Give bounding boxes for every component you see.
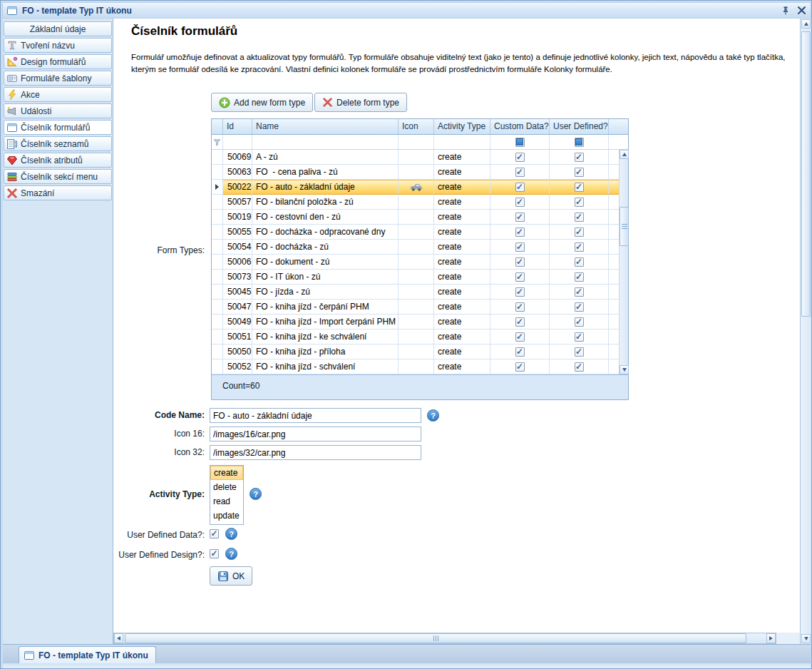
- sidebar-item-formulare-sablony[interactable]: Formuláře šablony: [4, 71, 112, 86]
- grid-scrollbar-thumb[interactable]: [620, 207, 629, 246]
- vertical-scrollbar-thumb[interactable]: [801, 31, 811, 317]
- custom-data-checkbox[interactable]: [515, 347, 525, 357]
- filter-cell-icon[interactable]: [399, 135, 434, 149]
- activity-option-delete[interactable]: delete: [210, 480, 243, 494]
- sidebar-item-udalosti[interactable]: Události: [4, 103, 112, 118]
- user-defined-checkbox[interactable]: [575, 198, 584, 207]
- help-icon[interactable]: ?: [427, 409, 439, 422]
- user-defined-checkbox[interactable]: [575, 183, 584, 192]
- custom-data-checkbox[interactable]: [515, 317, 525, 327]
- table-row[interactable]: 50055FO - docházka - odpracované dnycrea…: [212, 225, 619, 240]
- scroll-right-icon[interactable]: [766, 633, 776, 643]
- user-defined-checkbox[interactable]: [575, 362, 584, 372]
- filter-cell-name[interactable]: [252, 135, 399, 149]
- table-row[interactable]: 50063FO - cena paliva - zúcreate: [212, 165, 619, 180]
- grid-vertical-scrollbar[interactable]: [619, 150, 628, 374]
- pin-icon[interactable]: [779, 4, 792, 17]
- help-icon[interactable]: ?: [225, 528, 237, 540]
- user-defined-checkbox[interactable]: [575, 168, 584, 177]
- column-header-activity-type[interactable]: Activity Type: [434, 119, 490, 134]
- filter-cell-custom-data[interactable]: [490, 135, 550, 149]
- custom-data-checkbox[interactable]: [515, 272, 525, 282]
- activity-option-read[interactable]: read: [210, 494, 243, 509]
- table-row[interactable]: 50073FO - IT úkon - zúcreate: [212, 270, 619, 285]
- custom-data-checkbox[interactable]: [515, 362, 525, 372]
- scroll-left-icon[interactable]: [114, 633, 123, 643]
- filter-cell-activity-type[interactable]: [434, 135, 490, 149]
- user-defined-checkbox[interactable]: [575, 272, 584, 282]
- custom-data-checkbox[interactable]: [515, 153, 525, 162]
- table-row[interactable]: 50054FO - docházka - zúcreate: [212, 240, 619, 255]
- table-row[interactable]: 50045FO - jízda - zúcreate: [212, 285, 619, 300]
- user-defined-checkbox[interactable]: [575, 153, 584, 162]
- custom-data-checkbox[interactable]: [515, 242, 525, 252]
- table-row[interactable]: 50052FO - kniha jízd - schválenícreate: [212, 359, 619, 374]
- sidebar-item-ciselnik-seznamu[interactable]: Číselník seznamů: [4, 136, 112, 151]
- icon16-input[interactable]: [210, 427, 421, 441]
- scroll-up-icon[interactable]: [620, 150, 629, 159]
- user-defined-checkbox[interactable]: [575, 242, 584, 252]
- table-row[interactable]: 50051FO - kniha jízd - ke schválenícreat…: [212, 330, 619, 344]
- activity-type-listbox[interactable]: createdeletereadupdate: [210, 465, 244, 525]
- user-defined-checkbox[interactable]: [575, 347, 584, 357]
- column-header-user-defined[interactable]: User Defined?: [550, 119, 609, 134]
- filter-cell-user-defined[interactable]: [550, 135, 609, 149]
- activity-option-create[interactable]: create: [210, 466, 243, 480]
- scroll-down-icon[interactable]: [801, 634, 811, 643]
- table-row[interactable]: 50050FO - kniha jízd - přílohacreate: [212, 344, 619, 359]
- activity-option-update[interactable]: update: [210, 509, 243, 523]
- table-row[interactable]: 50006FO - dokument - zúcreate: [212, 255, 619, 270]
- table-row[interactable]: 50069A - zúcreate: [212, 150, 619, 165]
- user-defined-checkbox[interactable]: [575, 257, 584, 267]
- user-defined-design-checkbox[interactable]: [210, 549, 219, 558]
- user-defined-checkbox[interactable]: [575, 228, 584, 237]
- sidebar-item-design-formularu[interactable]: Design formulářů: [4, 54, 112, 69]
- user-defined-checkbox[interactable]: [575, 287, 584, 297]
- document-tab[interactable]: FO - template Typ IT úkonu: [19, 646, 156, 663]
- custom-data-checkbox[interactable]: [515, 257, 525, 267]
- filter-cell-id[interactable]: [223, 135, 252, 149]
- custom-data-checkbox[interactable]: [515, 228, 525, 237]
- sidebar-item-zakladni-udaje[interactable]: Základní údaje: [4, 21, 112, 36]
- help-icon[interactable]: ?: [250, 488, 262, 500]
- sidebar-item-akce[interactable]: Akce: [4, 87, 112, 102]
- custom-data-checkbox[interactable]: [515, 183, 525, 192]
- custom-data-filter-checkbox[interactable]: [515, 138, 525, 147]
- table-row[interactable]: 50047FO - kniha jízd - čerpání PHMcreate: [212, 300, 619, 315]
- ok-button[interactable]: OK: [210, 566, 252, 586]
- user-defined-checkbox[interactable]: [575, 317, 584, 327]
- table-row[interactable]: 50049FO - kniha jízd - Import čerpání PH…: [212, 315, 619, 330]
- table-row[interactable]: 50019FO - cestovní den - zúcreate: [212, 210, 619, 225]
- column-header-id[interactable]: Id: [223, 119, 252, 134]
- custom-data-checkbox[interactable]: [515, 168, 525, 177]
- user-defined-checkbox[interactable]: [575, 213, 584, 222]
- scroll-down-icon[interactable]: [620, 365, 629, 374]
- code-name-input[interactable]: [210, 408, 421, 423]
- horizontal-scrollbar-thumb[interactable]: [125, 633, 746, 643]
- sidebar-item-ciselnik-sekci-menu[interactable]: Číselník sekcí menu: [4, 169, 112, 184]
- help-icon[interactable]: ?: [225, 548, 237, 560]
- custom-data-checkbox[interactable]: [515, 302, 525, 312]
- column-header-custom-data[interactable]: Custom Data?: [490, 119, 550, 134]
- close-icon[interactable]: [795, 4, 808, 17]
- table-row[interactable]: 50022FO - auto - základní údajecreate: [212, 180, 619, 195]
- user-defined-filter-checkbox[interactable]: [575, 138, 584, 147]
- column-header-name[interactable]: Name: [252, 119, 399, 134]
- user-defined-checkbox[interactable]: [575, 302, 584, 312]
- sidebar-item-ciselnik-formularu[interactable]: Číselník formulářů: [4, 120, 112, 135]
- custom-data-checkbox[interactable]: [515, 332, 525, 342]
- column-header-icon[interactable]: Icon: [399, 119, 434, 134]
- icon32-input[interactable]: [210, 445, 421, 460]
- custom-data-checkbox[interactable]: [515, 287, 525, 297]
- sidebar-item-tvoreni-nazvu[interactable]: T Tvoření názvu: [4, 38, 112, 53]
- add-new-form-type-button[interactable]: Add new form type: [211, 93, 313, 112]
- delete-form-type-button[interactable]: Delete form type: [314, 93, 407, 112]
- user-defined-checkbox[interactable]: [575, 332, 584, 342]
- custom-data-checkbox[interactable]: [515, 213, 525, 222]
- user-defined-data-checkbox[interactable]: [210, 529, 219, 538]
- horizontal-scrollbar[interactable]: [113, 633, 776, 644]
- scroll-up-icon[interactable]: [801, 19, 811, 29]
- sidebar-item-smazani[interactable]: Smazání: [4, 185, 112, 200]
- sidebar-item-ciselnik-atributu[interactable]: Číselník atributů: [4, 153, 112, 168]
- table-row[interactable]: 50057FO - bilanční položka - zúcreate: [212, 195, 619, 210]
